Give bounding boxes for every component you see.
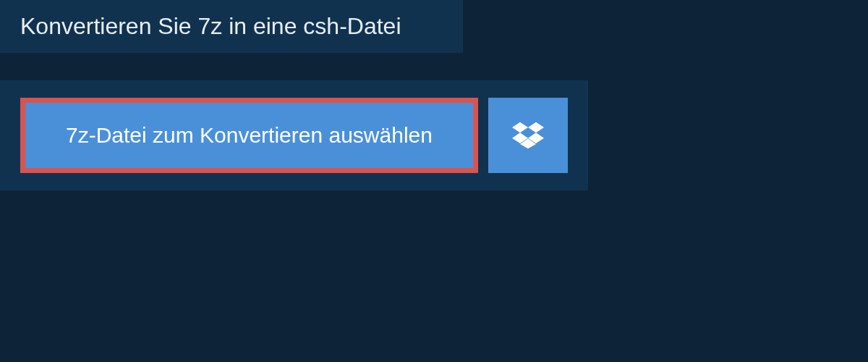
header-bar: Konvertieren Sie 7z in eine csh-Datei	[0, 0, 463, 53]
select-file-button[interactable]: 7z-Datei zum Konvertieren auswählen	[20, 98, 478, 173]
select-file-label: 7z-Datei zum Konvertieren auswählen	[66, 123, 433, 148]
dropbox-button[interactable]	[488, 98, 568, 173]
upload-section: 7z-Datei zum Konvertieren auswählen	[0, 80, 588, 190]
dropbox-icon	[512, 119, 544, 151]
page-title: Konvertieren Sie 7z in eine csh-Datei	[20, 13, 443, 40]
